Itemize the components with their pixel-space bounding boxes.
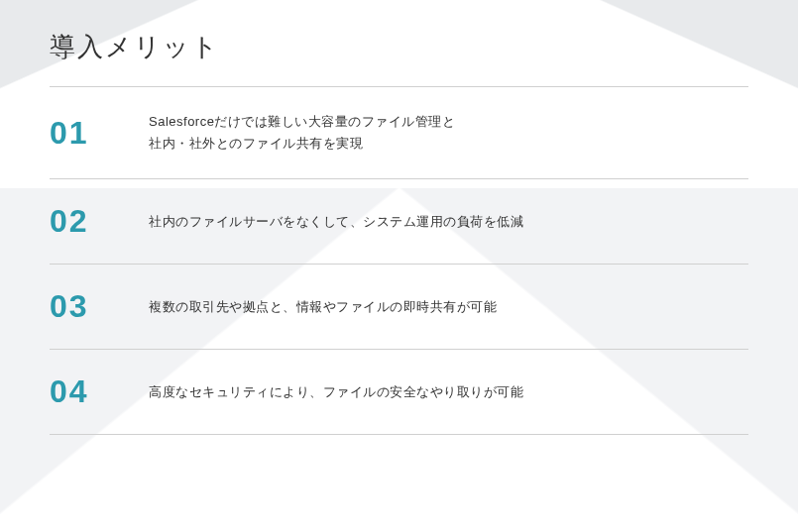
merit-text: 複数の取引先や拠点と、情報やファイルの即時共有が可能	[149, 296, 497, 318]
merit-text: 社内のファイルサーバをなくして、システム運用の負荷を低減	[149, 211, 523, 233]
merit-number: 01	[50, 115, 149, 152]
merit-number: 02	[50, 203, 149, 240]
section-title: 導入メリット	[50, 30, 748, 64]
merit-item: 03 複数の取引先や拠点と、情報やファイルの即時共有が可能	[50, 265, 748, 350]
merit-number: 03	[50, 288, 149, 325]
merit-number: 04	[50, 373, 149, 410]
merit-text: 高度なセキュリティにより、ファイルの安全なやり取りが可能	[149, 381, 523, 403]
merit-item: 04 高度なセキュリティにより、ファイルの安全なやり取りが可能	[50, 350, 748, 435]
content-container: 導入メリット 01 Salesforceだけでは難しい大容量のファイル管理と社内…	[0, 0, 798, 455]
merit-text: Salesforceだけでは難しい大容量のファイル管理と社内・社外とのファイル共…	[149, 111, 455, 155]
merit-item: 02 社内のファイルサーバをなくして、システム運用の負荷を低減	[50, 179, 748, 265]
merit-item: 01 Salesforceだけでは難しい大容量のファイル管理と社内・社外とのファ…	[50, 87, 748, 179]
merit-list: 01 Salesforceだけでは難しい大容量のファイル管理と社内・社外とのファ…	[50, 87, 748, 435]
